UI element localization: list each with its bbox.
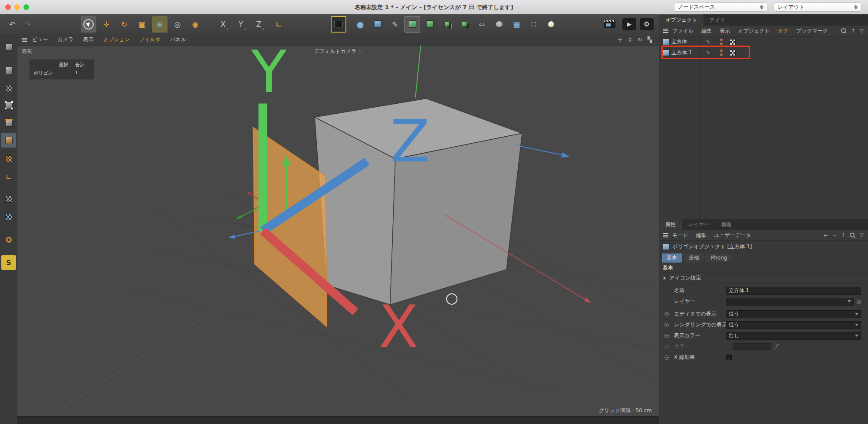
om-menu-view[interactable]: 表示 bbox=[716, 27, 734, 35]
sphere-primitive-button[interactable]: ● bbox=[352, 16, 368, 33]
om-menu-tags[interactable]: タグ bbox=[774, 27, 792, 35]
render-view-button[interactable] bbox=[331, 16, 346, 33]
editor-visibility-dot[interactable] bbox=[720, 49, 723, 52]
menu-display[interactable]: 表示 bbox=[78, 36, 98, 43]
viewport-canvas[interactable]: 透視 デフォルトカメラ∷ 選択 合計 ポリゴン 1 Y Z bbox=[17, 46, 659, 416]
icon-settings-fold[interactable]: アイコン設定 bbox=[659, 273, 868, 283]
layer-browse-icon[interactable]: ◎ bbox=[856, 298, 861, 305]
om-menu-edit[interactable]: 編集 bbox=[697, 27, 716, 35]
om-menu-objects[interactable]: オブジェクト bbox=[734, 27, 774, 35]
object-list[interactable]: 立方体 ✎ 立方体.1 ✎ bbox=[659, 36, 868, 219]
nodespace-dropdown[interactable]: ノードスペース bbox=[674, 2, 767, 12]
points-mode-icon[interactable] bbox=[1, 98, 16, 112]
name-input[interactable]: 立方体.1 bbox=[726, 287, 861, 295]
attribute-menu-icon[interactable] bbox=[663, 233, 668, 237]
am-menu-userdata[interactable]: ユーザーデータ bbox=[710, 232, 755, 239]
tab-basic[interactable]: 基本 bbox=[662, 253, 682, 263]
am-menu-mode[interactable]: モード bbox=[668, 232, 692, 239]
keyframe-circle-icon[interactable] bbox=[664, 323, 669, 327]
keyframe-circle-icon[interactable] bbox=[664, 355, 669, 360]
render-to-picture-viewer-button[interactable] bbox=[602, 16, 618, 33]
tab-phong[interactable]: Phong bbox=[706, 254, 732, 262]
layout-dropdown[interactable]: レイアウト bbox=[774, 2, 861, 12]
display-color-dropdown[interactable]: なし bbox=[726, 332, 861, 340]
uv-points-mode-icon[interactable] bbox=[1, 192, 16, 207]
x-axis-lock-button[interactable]: X∨ bbox=[215, 16, 231, 33]
om-menu-bookmarks[interactable]: ブックマーク bbox=[792, 27, 832, 35]
render-visibility-dot[interactable] bbox=[720, 53, 723, 56]
filter-icon[interactable]: ▽ bbox=[860, 232, 864, 238]
ik-mode-icon[interactable] bbox=[1, 232, 16, 247]
extrude-object-button[interactable] bbox=[422, 16, 437, 33]
texture-mode-icon[interactable] bbox=[1, 81, 16, 96]
tab-coordinates[interactable]: 座標 bbox=[684, 253, 704, 263]
model-mode-icon[interactable] bbox=[1, 39, 16, 54]
matrix-object-button[interactable]: ∷ bbox=[526, 16, 542, 33]
object-name[interactable]: 立方体 bbox=[671, 38, 698, 46]
spline-pen-button[interactable]: ✎ bbox=[387, 16, 403, 33]
object-name[interactable]: 立方体.1 bbox=[671, 49, 698, 56]
edges-mode-icon[interactable] bbox=[1, 115, 16, 130]
up-icon[interactable]: ↑ bbox=[841, 232, 845, 238]
menu-filter[interactable]: フィルタ bbox=[135, 36, 165, 43]
tab-layers[interactable]: レイヤー bbox=[682, 219, 715, 230]
menu-panel[interactable]: パネル bbox=[165, 36, 191, 43]
light-object-button[interactable] bbox=[543, 16, 559, 33]
coordinate-system-button[interactable]: ∟ bbox=[271, 16, 286, 33]
menu-view[interactable]: ビュー bbox=[27, 36, 53, 43]
render-settings-button[interactable]: ⚙ bbox=[639, 16, 654, 33]
uvw-tag-icon[interactable] bbox=[730, 39, 736, 45]
search-icon[interactable] bbox=[850, 233, 855, 238]
gyro-tool[interactable]: ◎ bbox=[170, 16, 185, 33]
tab-structure[interactable]: 構造 bbox=[715, 219, 738, 230]
back-icon[interactable]: ← bbox=[824, 232, 828, 238]
sculpt-mode-icon[interactable]: S bbox=[1, 255, 16, 270]
edit-state-icon[interactable]: ✎ bbox=[706, 39, 710, 45]
uvw-tag-icon[interactable] bbox=[730, 50, 736, 56]
plane-object-button[interactable]: ▦ bbox=[509, 16, 524, 33]
render-visibility-dropdown[interactable]: 従う bbox=[726, 321, 861, 329]
search-icon[interactable] bbox=[841, 28, 847, 34]
toggle-views-icon[interactable]: ▚ bbox=[648, 36, 652, 43]
cube-primitive-button[interactable] bbox=[370, 16, 385, 33]
move-tool[interactable]: ✛ bbox=[99, 16, 114, 33]
edit-state-icon[interactable]: ✎ bbox=[706, 50, 710, 56]
measure-button[interactable]: ⇔ bbox=[474, 16, 490, 33]
forward-icon[interactable]: → bbox=[832, 232, 837, 238]
viewport-menu-icon[interactable] bbox=[22, 38, 27, 42]
menu-options[interactable]: オプション bbox=[98, 36, 134, 43]
keyframe-circle-icon[interactable] bbox=[664, 312, 669, 316]
am-menu-edit[interactable]: 編集 bbox=[692, 232, 710, 239]
polygons-mode-icon[interactable] bbox=[1, 133, 16, 148]
layer-dropdown[interactable] bbox=[726, 298, 854, 306]
workplane-mode-icon[interactable]: ∟ bbox=[1, 170, 16, 184]
xray-checkbox[interactable] bbox=[726, 355, 732, 360]
tweak-mode-icon[interactable] bbox=[1, 63, 16, 78]
array-button[interactable] bbox=[439, 16, 455, 33]
orientation-gizmo[interactable]: Y Z X bbox=[17, 46, 659, 416]
render-active-view-button[interactable]: ▶ bbox=[621, 16, 637, 33]
editor-visibility-dropdown[interactable]: 従う bbox=[726, 310, 861, 318]
scale-tool[interactable]: ▣ bbox=[134, 16, 150, 33]
rotate-tool[interactable]: ↻ bbox=[116, 16, 132, 33]
tab-attributes[interactable]: 属性 bbox=[659, 219, 682, 230]
editor-visibility-dot[interactable] bbox=[720, 39, 723, 41]
modeling-axis-tool[interactable]: ⊕ bbox=[152, 16, 168, 33]
volume-button[interactable] bbox=[491, 16, 507, 33]
cluster-button[interactable] bbox=[457, 16, 472, 33]
tab-takes[interactable]: テイク bbox=[704, 14, 732, 26]
rotation-band-tool[interactable]: ◉ bbox=[187, 16, 203, 33]
filter-icon[interactable]: ▽ bbox=[860, 28, 864, 34]
object-manager-menu-icon[interactable] bbox=[663, 29, 668, 33]
uv-polygons-mode-icon[interactable] bbox=[1, 210, 16, 225]
redo-button[interactable]: ↷ bbox=[20, 16, 36, 33]
om-menu-file[interactable]: ファイル bbox=[668, 27, 697, 35]
undo-button[interactable]: ↶ bbox=[4, 16, 20, 33]
subdivision-surface-button[interactable] bbox=[404, 16, 420, 33]
keyframe-circle-icon[interactable] bbox=[664, 334, 669, 338]
object-row-cube[interactable]: 立方体 ✎ bbox=[659, 36, 868, 47]
live-selection-tool[interactable] bbox=[81, 16, 96, 33]
y-axis-lock-button[interactable]: Y∨ bbox=[233, 16, 249, 33]
tab-objects[interactable]: オブジェクト bbox=[659, 14, 704, 26]
texture-axis-mode-icon[interactable] bbox=[1, 151, 16, 166]
